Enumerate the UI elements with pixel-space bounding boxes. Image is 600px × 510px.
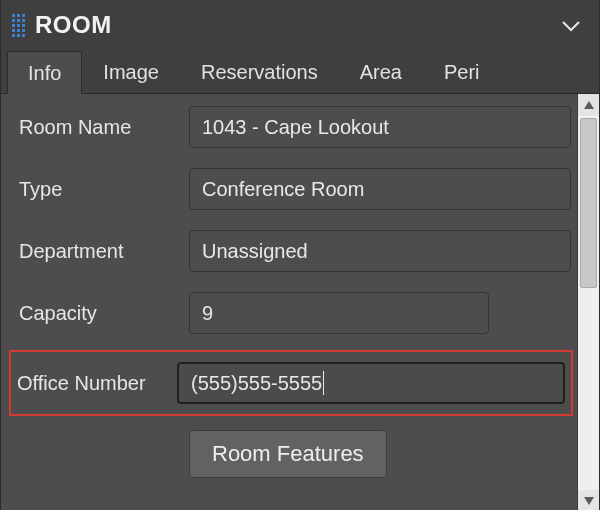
info-form: Room Name 1043 - Cape Lookout Type Confe…	[1, 94, 577, 510]
panel-title: ROOM	[35, 11, 112, 39]
label-department: Department	[19, 238, 189, 264]
label-office-number: Office Number	[17, 370, 177, 396]
input-room-name[interactable]: 1043 - Cape Lookout	[189, 106, 571, 148]
label-room-name: Room Name	[19, 114, 189, 140]
room-panel: ROOM Info Image Reservations Area Peri R…	[0, 0, 600, 510]
row-type: Type Conference Room	[19, 168, 571, 210]
row-office-number: Office Number (555)555-5555	[17, 362, 565, 404]
tab-reservations[interactable]: Reservations	[180, 50, 339, 93]
tab-perimeter[interactable]: Peri	[423, 50, 501, 93]
input-capacity[interactable]: 9	[189, 292, 489, 334]
text-caret-icon	[323, 371, 324, 395]
scrollbar-thumb[interactable]	[580, 118, 597, 288]
tab-image[interactable]: Image	[82, 50, 180, 93]
scroll-down-icon[interactable]	[578, 490, 599, 510]
scroll-up-icon[interactable]	[578, 94, 599, 116]
drag-handle-icon[interactable]	[11, 13, 25, 37]
room-features-button[interactable]: Room Features	[189, 430, 387, 478]
input-office-number-value: (555)555-5555	[191, 372, 322, 395]
collapse-icon[interactable]	[553, 8, 589, 42]
highlight-office-number: Office Number (555)555-5555	[9, 350, 573, 416]
row-room-name: Room Name 1043 - Cape Lookout	[19, 106, 571, 148]
panel-titlebar: ROOM	[1, 0, 599, 48]
tab-info[interactable]: Info	[7, 51, 82, 94]
label-type: Type	[19, 176, 189, 202]
scrollbar-track[interactable]	[578, 116, 599, 490]
svg-marker-0	[584, 101, 594, 109]
label-capacity: Capacity	[19, 300, 189, 326]
input-type[interactable]: Conference Room	[189, 168, 571, 210]
tab-area[interactable]: Area	[339, 50, 423, 93]
tab-bar: Info Image Reservations Area Peri	[1, 50, 599, 94]
input-office-number[interactable]: (555)555-5555	[177, 362, 565, 404]
input-department[interactable]: Unassigned	[189, 230, 571, 272]
row-department: Department Unassigned	[19, 230, 571, 272]
vertical-scrollbar[interactable]	[577, 94, 599, 510]
svg-marker-1	[584, 497, 594, 505]
row-capacity: Capacity 9	[19, 292, 571, 334]
panel-body: Room Name 1043 - Cape Lookout Type Confe…	[1, 94, 599, 510]
features-button-wrap: Room Features	[19, 430, 571, 478]
